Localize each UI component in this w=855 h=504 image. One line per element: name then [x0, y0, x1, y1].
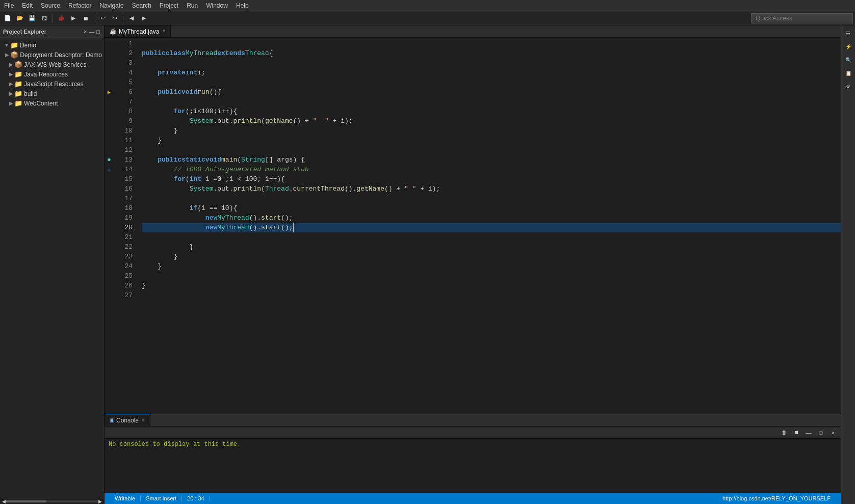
tree-label-build: build [24, 90, 37, 97]
code-content[interactable]: public class MyThread extends Thread{ pr… [137, 38, 841, 414]
code-line-17 [142, 194, 841, 203]
code-line-3 [142, 58, 841, 68]
tree-item-java-resources[interactable]: ▶ 📁 Java Resources [0, 69, 104, 79]
tree-item-deployment[interactable]: ▶ 📦 Deployment Descriptor: Demo [0, 50, 104, 60]
expand-arrow-demo[interactable]: ▼ [4, 42, 9, 48]
debug-button[interactable]: 🐞 [56, 13, 67, 24]
code-line-21 [142, 232, 841, 242]
menu-window[interactable]: Window [202, 1, 232, 10]
gutter-line-6: ▶ [105, 87, 114, 97]
webcontent-icon: 📁 [14, 99, 22, 107]
gutter: ▶ ● ◆ [105, 38, 114, 414]
code-line-19: new MyThread().start(); [142, 213, 841, 223]
line-num-4: 4 [114, 68, 133, 77]
bottom-tab-console[interactable]: ▣ Console × [105, 414, 150, 426]
right-btn-2[interactable]: ⚡ [843, 41, 854, 52]
line-num-16: 16 [114, 184, 133, 194]
open-button[interactable]: 📂 [14, 13, 25, 24]
line-num-8: 8 [114, 107, 133, 116]
line-num-14: 14 [114, 165, 133, 174]
right-btn-1[interactable]: ☰ [843, 28, 854, 39]
right-btn-5[interactable]: ⚙ [843, 81, 854, 92]
sidebar-maximize-btn[interactable]: □ [95, 28, 101, 36]
quick-access-input[interactable] [751, 13, 853, 23]
build-icon: 📁 [14, 90, 22, 97]
menu-run[interactable]: Run [183, 1, 202, 10]
new-button[interactable]: 📄 [2, 13, 13, 24]
gutter-line-15 [105, 174, 114, 184]
toolbar-sep-2 [94, 14, 94, 23]
scroll-right-btn[interactable]: ▶ [98, 499, 102, 504]
console-close-btn[interactable]: × [827, 427, 839, 438]
gutter-line-9 [105, 116, 114, 126]
line-numbers: 1 2 3 4 5 6 7 8 9 10 11 12 13 14 15 16 1… [114, 38, 137, 414]
expand-arrow-webcontent[interactable]: ▶ [9, 100, 13, 106]
tree-item-webcontent[interactable]: ▶ 📁 WebContent [0, 98, 104, 108]
line-num-21: 21 [114, 232, 133, 242]
editor-tabs: ☕ MyThread.java × [105, 25, 841, 38]
console-minimize-btn[interactable]: — [803, 427, 814, 438]
line-num-25: 25 [114, 271, 133, 281]
back-button[interactable]: ◀ [126, 13, 137, 24]
console-stop-btn[interactable]: ⏹ [791, 427, 802, 438]
console-maximize-btn[interactable]: □ [815, 427, 826, 438]
save-all-button[interactable]: 🖫 [39, 13, 50, 24]
line-num-3: 3 [114, 58, 133, 68]
menu-refactor[interactable]: Refactor [64, 1, 95, 10]
line-num-11: 11 [114, 136, 133, 145]
gutter-line-4 [105, 68, 114, 77]
code-line-15: for(int i =0 ;i < 100; i++){ [142, 174, 841, 184]
expand-arrow-jaxws[interactable]: ▶ [9, 62, 13, 67]
scroll-left-btn[interactable]: ◀ [2, 499, 6, 504]
gutter-line-19 [105, 213, 114, 223]
menu-source[interactable]: Source [37, 1, 64, 10]
forward-button[interactable]: ▶ [138, 13, 149, 24]
run-button[interactable]: ▶ [68, 13, 79, 24]
code-line-16: System.out.println(Thread.currentThread(… [142, 184, 841, 194]
menu-edit[interactable]: Edit [18, 1, 37, 10]
menu-help[interactable]: Help [232, 1, 253, 10]
js-resources-icon: 📁 [14, 80, 22, 88]
stop-button[interactable]: ⏹ [80, 13, 91, 24]
expand-arrow-java-resources[interactable]: ▶ [9, 71, 13, 77]
gutter-line-8 [105, 107, 114, 116]
line-num-13: 13 [114, 155, 133, 165]
save-button[interactable]: 💾 [27, 13, 38, 24]
expand-arrow-build[interactable]: ▶ [9, 91, 13, 96]
menu-file[interactable]: File [0, 1, 18, 10]
tree-item-js-resources[interactable]: ▶ 📁 JavaScript Resources [0, 79, 104, 89]
code-editor[interactable]: ▶ ● ◆ [105, 38, 841, 414]
console-tab-close[interactable]: × [142, 417, 145, 423]
gutter-line-24 [105, 261, 114, 271]
tree-item-jaxws[interactable]: ▶ 📦 JAX-WS Web Services [0, 60, 104, 69]
menu-navigate[interactable]: Navigate [95, 1, 127, 10]
tree-item-build[interactable]: ▶ 📁 build [0, 89, 104, 98]
undo-button[interactable]: ↩ [97, 13, 108, 24]
sidebar-collapse-btn[interactable]: × [83, 28, 88, 36]
right-btn-3[interactable]: 🔍 [843, 54, 854, 65]
gutter-line-21 [105, 232, 114, 242]
sidebar-minimize-btn[interactable]: — [88, 28, 95, 36]
menu-search[interactable]: Search [128, 1, 156, 10]
deployment-icon: 📦 [10, 51, 18, 59]
line-num-22: 22 [114, 242, 133, 252]
tree-label-webcontent: WebContent [24, 100, 58, 107]
menu-project[interactable]: Project [156, 1, 183, 10]
expand-arrow-js-resources[interactable]: ▶ [9, 81, 13, 87]
line-num-5: 5 [114, 77, 133, 87]
right-btn-4[interactable]: 📋 [843, 67, 854, 78]
editor-tab-mythread[interactable]: ☕ MyThread.java × [105, 25, 171, 37]
menu-bar: File Edit Source Refactor Navigate Searc… [0, 0, 855, 11]
jaxws-icon: 📦 [14, 61, 22, 68]
console-clear-btn[interactable]: 🗑 [779, 427, 790, 438]
code-line-4: private int i; [142, 68, 841, 77]
tab-label-mythread: MyThread.java [119, 28, 159, 35]
sidebar-scrollbar[interactable]: ◀ ▶ [0, 498, 104, 504]
tab-close-mythread[interactable]: × [162, 29, 165, 34]
redo-button[interactable]: ↪ [109, 13, 120, 24]
toolbar-sep-1 [53, 14, 53, 23]
line-num-10: 10 [114, 126, 133, 136]
expand-arrow-deployment[interactable]: ▶ [5, 52, 9, 58]
bottom-tabs: ▣ Console × [105, 414, 841, 427]
tree-item-demo[interactable]: ▼ 📁 Demo [0, 40, 104, 50]
